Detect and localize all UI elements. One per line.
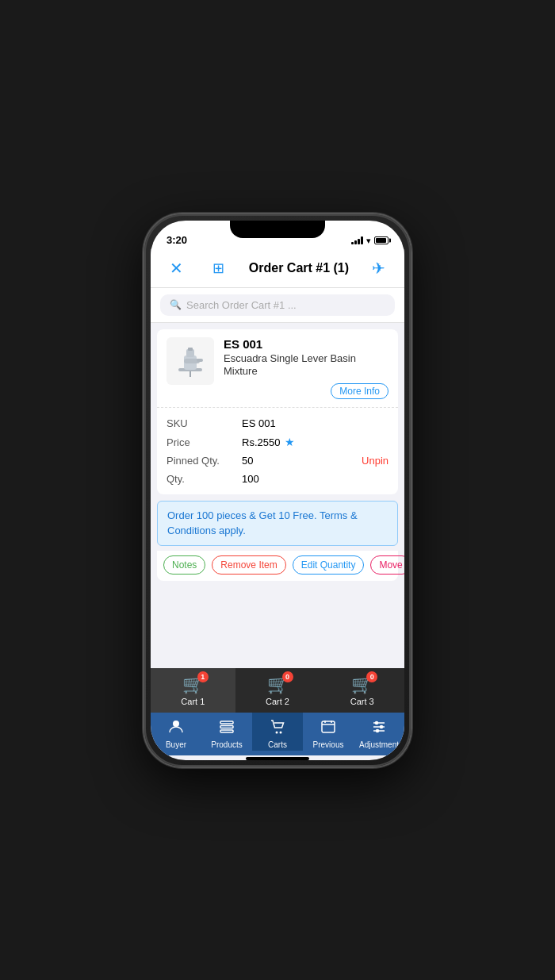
svg-point-7 <box>173 721 179 727</box>
cart-1-label: Cart 1 <box>181 697 205 706</box>
tab-carts[interactable]: Carts <box>252 713 303 751</box>
products-icon <box>219 719 235 739</box>
cart-3-badge: 0 <box>366 671 377 682</box>
svg-rect-9 <box>220 725 233 728</box>
product-card: ES 001 Escuadra Single Lever Basin Mixtu… <box>157 329 398 495</box>
status-time: 3:20 <box>166 234 187 246</box>
phone-frame: 3:20 ▾ ✕ ⊞ Order Cart #1 (1) <box>143 213 412 768</box>
product-header: ES 001 Escuadra Single Lever Basin Mixtu… <box>157 329 398 409</box>
qty-row: Qty. 100 <box>166 470 388 488</box>
search-input[interactable]: Search Order Cart #1 ... <box>186 299 297 311</box>
phone-screen: 3:20 ▾ ✕ ⊞ Order Cart #1 (1) <box>151 221 404 760</box>
svg-rect-13 <box>322 721 335 732</box>
promo-box: Order 100 pieces & Get 10 Free. Terms & … <box>157 501 398 545</box>
product-image <box>166 337 214 385</box>
adjustment-label: Adjustment <box>359 740 399 749</box>
adjustment-icon <box>371 719 387 739</box>
promo-text: Order 100 pieces & Get 10 Free. Terms & … <box>167 509 358 536</box>
cart-1-icon-wrap: 🛒 1 <box>182 674 204 695</box>
close-button[interactable]: ✕ <box>163 256 189 281</box>
cart-tab-2[interactable]: 🛒 0 Cart 2 <box>235 668 320 713</box>
cart-3-label: Cart 3 <box>350 697 374 706</box>
sku-value: ES 001 <box>242 417 388 429</box>
app-screen: ✕ ⊞ Order Cart #1 (1) ✈ 🔍 Search Order C… <box>151 249 404 760</box>
pinned-qty-row: Pinned Qty. 50 Unpin <box>166 452 388 470</box>
battery-icon <box>374 236 388 244</box>
carts-icon <box>270 719 285 739</box>
pinned-qty-value: 50 Unpin <box>242 455 388 467</box>
cart-tab-1[interactable]: 🛒 1 Cart 1 <box>151 668 235 713</box>
cart-3-icon-wrap: 🛒 0 <box>351 674 373 695</box>
cart-2-label: Cart 2 <box>266 697 289 706</box>
svg-rect-10 <box>220 730 233 732</box>
qty-label: Qty. <box>166 473 242 485</box>
buyer-icon <box>168 719 184 739</box>
cart-tab-3[interactable]: 🛒 0 Cart 3 <box>320 668 404 713</box>
price-value: Rs.2550 ★ <box>242 436 388 448</box>
pinned-qty-label: Pinned Qty. <box>166 455 242 467</box>
signal-icon <box>351 236 363 244</box>
edit-quantity-button[interactable]: Edit Quantity <box>293 555 365 575</box>
tab-products[interactable]: Products <box>201 713 252 751</box>
search-box[interactable]: 🔍 Search Order Cart #1 ... <box>160 294 395 316</box>
product-sku: ES 001 <box>224 337 388 351</box>
svg-rect-8 <box>220 721 233 724</box>
notes-button[interactable]: Notes <box>163 555 205 575</box>
grid-button[interactable]: ⊞ <box>206 256 232 281</box>
sku-label: SKU <box>166 417 242 429</box>
close-icon: ✕ <box>170 260 183 276</box>
search-icon: 🔍 <box>170 299 182 310</box>
cart-1-badge: 1 <box>197 671 209 682</box>
svg-point-21 <box>381 725 383 728</box>
products-label: Products <box>211 740 242 749</box>
move-button[interactable]: Move <box>370 555 404 575</box>
svg-point-20 <box>376 721 378 724</box>
svg-point-12 <box>280 731 282 733</box>
tab-adjustment[interactable]: Adjustment <box>354 713 404 751</box>
previous-icon <box>320 719 336 739</box>
remove-item-button[interactable]: Remove Item <box>212 555 285 575</box>
notch <box>230 221 325 238</box>
buyer-label: Buyer <box>166 740 186 749</box>
svg-rect-5 <box>188 348 193 351</box>
home-indicator <box>246 757 309 760</box>
cart-2-icon-wrap: 🛒 0 <box>267 674 289 695</box>
carts-label: Carts <box>268 740 287 749</box>
previous-label: Previous <box>313 740 344 749</box>
more-info-button[interactable]: More Info <box>331 383 388 399</box>
tab-previous[interactable]: Previous <box>303 713 354 751</box>
qty-value: 100 <box>242 473 388 485</box>
unpin-button[interactable]: Unpin <box>362 455 388 467</box>
svg-point-11 <box>276 731 278 733</box>
bottom-tabs: Buyer Products Carts <box>151 713 404 755</box>
content-spacer <box>151 587 404 668</box>
app-header: ✕ ⊞ Order Cart #1 (1) ✈ <box>151 249 404 288</box>
faucet-icon <box>170 341 210 381</box>
svg-point-22 <box>377 729 379 732</box>
page-title: Order Cart #1 (1) <box>249 261 349 275</box>
star-icon: ★ <box>285 436 295 448</box>
send-icon: ✈ <box>372 259 385 278</box>
price-row: Price Rs.2550 ★ <box>166 432 388 452</box>
status-icons: ▾ <box>351 236 388 246</box>
sku-row: SKU ES 001 <box>166 414 388 432</box>
price-label: Price <box>166 436 242 448</box>
wifi-icon: ▾ <box>366 236 371 246</box>
product-details: SKU ES 001 Price Rs.2550 ★ Pinned Qty. <box>157 408 398 494</box>
tab-buyer[interactable]: Buyer <box>151 713 201 751</box>
cart-2-badge: 0 <box>282 671 293 682</box>
search-container: 🔍 Search Order Cart #1 ... <box>151 288 404 323</box>
grid-icon: ⊞ <box>212 259 224 277</box>
product-name: Escuadra Single Lever Basin Mixture <box>224 352 388 379</box>
cart-tabs: 🛒 1 Cart 1 🛒 0 Cart 2 🛒 0 <box>151 668 404 713</box>
action-buttons: Notes Remove Item Edit Quantity Move <box>157 551 398 581</box>
send-button[interactable]: ✈ <box>366 256 392 281</box>
svg-rect-3 <box>197 359 203 362</box>
product-info: ES 001 Escuadra Single Lever Basin Mixtu… <box>224 337 388 400</box>
